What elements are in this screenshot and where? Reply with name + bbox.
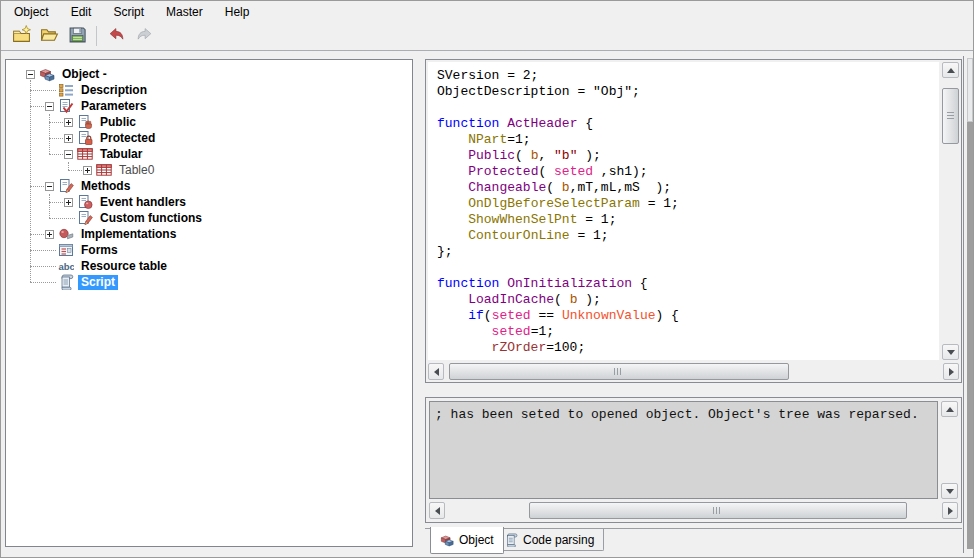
right-arrow-icon xyxy=(949,368,954,376)
scroll-up-button[interactable] xyxy=(941,401,958,417)
code-line xyxy=(437,100,939,116)
tab-label: Code parsing xyxy=(523,533,594,547)
tree-item-label[interactable]: Protected xyxy=(97,131,158,146)
resource-table-icon: abc xyxy=(58,258,75,274)
tab-code-parsing[interactable]: Code parsing xyxy=(494,529,604,551)
menu-master[interactable]: Master xyxy=(155,2,214,22)
tree-item-object[interactable]: Object - xyxy=(26,66,110,82)
tree-item-label[interactable]: Script xyxy=(78,275,118,290)
tree-guide-line xyxy=(49,138,63,139)
tree-item-script[interactable]: Script xyxy=(45,274,118,290)
scroll-up-button[interactable] xyxy=(942,62,959,78)
tree-item-label[interactable]: Forms xyxy=(78,243,121,258)
tree-item-label[interactable]: Description xyxy=(78,83,150,98)
tree-item-label[interactable]: Public xyxy=(97,115,139,130)
collapse-minus-box[interactable] xyxy=(64,150,73,159)
tree-item-label[interactable]: Methods xyxy=(78,179,133,194)
down-arrow-icon xyxy=(947,350,955,355)
implementations-icon xyxy=(58,226,75,242)
code-horizontal-scrollbar[interactable] xyxy=(428,363,959,380)
code-editor[interactable]: SVersion = 2;ObjectDescription = "Obj"; … xyxy=(428,62,939,360)
scroll-right-button[interactable] xyxy=(942,502,958,519)
tree-item-label[interactable]: Resource table xyxy=(78,259,170,274)
collapse-minus-box[interactable] xyxy=(26,70,35,79)
tree-guide-line xyxy=(49,114,50,154)
tree-guide-line xyxy=(49,194,50,218)
expand-plus-box[interactable] xyxy=(64,134,73,143)
scrollbar-thumb[interactable] xyxy=(449,363,789,380)
expand-plus-box[interactable] xyxy=(64,198,73,207)
tree-item-tabular[interactable]: Tabular xyxy=(64,146,145,162)
tree-item-label[interactable]: Custom functions xyxy=(97,211,205,226)
scrollbar-thumb[interactable] xyxy=(529,502,907,519)
tree-item-label[interactable]: Tabular xyxy=(97,147,145,162)
new-button[interactable] xyxy=(8,24,34,48)
save-icon xyxy=(68,25,87,48)
menu-bar: ObjectEditScriptMasterHelp xyxy=(1,1,973,22)
code-line: if(seted == UnknownValue) { xyxy=(437,308,939,324)
tree-item-parameters[interactable]: Parameters xyxy=(45,98,149,114)
collapse-minus-box[interactable] xyxy=(45,182,54,191)
tree-item-public[interactable]: Public xyxy=(64,114,139,130)
code-line: seted=1; xyxy=(437,324,939,340)
object-icon xyxy=(440,533,454,547)
tree-item-label[interactable]: Implementations xyxy=(78,227,179,242)
menu-script[interactable]: Script xyxy=(102,2,155,22)
parser-message: ; has been seted to opened object. Objec… xyxy=(429,401,938,499)
menu-help[interactable]: Help xyxy=(214,2,261,22)
script-editor-panel: SVersion = 2;ObjectDescription = "Obj"; … xyxy=(425,59,962,383)
scroll-down-button[interactable] xyxy=(942,344,959,360)
up-arrow-icon xyxy=(946,407,954,412)
right-scrollbar-track[interactable] xyxy=(963,56,974,553)
tree-item-label[interactable]: Table0 xyxy=(116,163,157,178)
code-line: function ActHeader { xyxy=(437,116,939,132)
tab-label: Object xyxy=(459,533,494,547)
tab-object[interactable]: Object xyxy=(430,527,504,554)
tree-item-custom-functions[interactable]: Custom functions xyxy=(64,210,205,226)
scroll-left-button[interactable] xyxy=(428,363,444,380)
tree-item-label[interactable]: Parameters xyxy=(78,99,149,114)
code-vertical-scrollbar[interactable] xyxy=(942,62,959,360)
scrollbar-thumb[interactable] xyxy=(942,88,959,144)
menu-object[interactable]: Object xyxy=(3,2,60,22)
expand-plus-box[interactable] xyxy=(64,118,73,127)
expand-plus-box[interactable] xyxy=(45,230,54,239)
tree-item-implementations[interactable]: Implementations xyxy=(45,226,179,242)
tree-item-methods[interactable]: Methods xyxy=(45,178,133,194)
open-button[interactable] xyxy=(36,24,62,48)
tree-item-resource-table[interactable]: abcResource table xyxy=(45,258,170,274)
tree-guide-line xyxy=(68,162,69,170)
undo-button[interactable] xyxy=(103,24,129,48)
public-icon xyxy=(77,114,94,130)
output-vertical-scrollbar[interactable] xyxy=(941,401,958,499)
protected-icon xyxy=(77,130,94,146)
expand-plus-box[interactable] xyxy=(83,166,92,175)
tree-item-event-handlers[interactable]: Event handlers xyxy=(64,194,189,210)
scroll-down-button[interactable] xyxy=(941,483,958,499)
tree-item-label[interactable]: Object - xyxy=(59,67,110,82)
tree-guide-line xyxy=(30,186,44,187)
tree-item-protected[interactable]: Protected xyxy=(64,130,158,146)
redo-button[interactable] xyxy=(131,24,157,48)
scroll-left-button[interactable] xyxy=(429,502,445,519)
save-button[interactable] xyxy=(64,24,90,48)
scrollbar-thumb[interactable] xyxy=(967,58,973,122)
tree-item-forms[interactable]: Forms xyxy=(45,242,121,258)
menu-edit[interactable]: Edit xyxy=(60,2,103,22)
code-line: rZOrder=100; xyxy=(437,340,939,356)
code-line: Changeable( b,mT,mL,mS ); xyxy=(437,180,939,196)
collapse-minus-box[interactable] xyxy=(45,102,54,111)
tree-guide-line xyxy=(30,106,44,107)
toolbar xyxy=(1,22,973,51)
tree-guide-line xyxy=(30,234,44,235)
tree-item-label[interactable]: Event handlers xyxy=(97,195,189,210)
tree-item-table0[interactable]: Table0 xyxy=(83,162,157,178)
event-handlers-icon xyxy=(77,194,94,210)
scroll-right-button[interactable] xyxy=(943,363,959,380)
output-horizontal-scrollbar[interactable] xyxy=(429,502,958,519)
tree-item-description[interactable]: Description xyxy=(45,82,150,98)
tree-guide-line xyxy=(30,80,31,282)
table-icon xyxy=(96,162,113,178)
redo-icon xyxy=(135,25,154,48)
code-line: OnDlgBeforeSelectParam = 1; xyxy=(437,196,939,212)
